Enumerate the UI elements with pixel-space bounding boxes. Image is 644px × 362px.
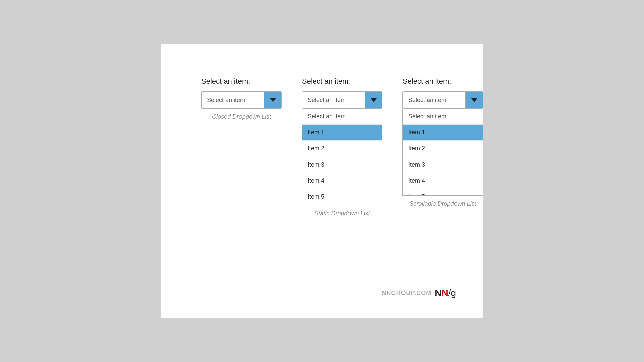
static-dropdown-label: Select an item: (302, 77, 351, 86)
closed-dropdown-caption: Closed Dropdown List (212, 113, 271, 120)
closed-dropdown-label: Select an item: (201, 77, 250, 86)
list-item[interactable]: Item 1 (302, 125, 382, 141)
nng-n2: N (441, 288, 448, 298)
list-item[interactable]: Item 2 (403, 141, 483, 157)
nng-slash: / (448, 288, 451, 298)
nng-logo: NN/g (435, 288, 456, 298)
closed-dropdown-arrow[interactable] (264, 92, 281, 108)
list-item[interactable]: Item 5 (302, 189, 382, 205)
static-dropdown-caption: Static Dropdown List (314, 210, 370, 217)
list-item[interactable]: Select an item (302, 109, 382, 125)
scrollable-dropdown-label: Select an item: (402, 77, 451, 86)
list-item[interactable]: Item 2 (302, 141, 382, 157)
closed-dropdown-section: Select an item: Select an item Closed Dr… (201, 77, 282, 120)
chevron-down-icon (270, 98, 276, 102)
list-item[interactable]: Item 1 (403, 125, 483, 141)
static-dropdown-arrow[interactable] (365, 92, 382, 108)
closed-dropdown-value: Select an item (202, 92, 264, 108)
scrollable-dropdown-with-list: Select an item Select an item Item 1 Ite… (402, 91, 483, 196)
list-item[interactable]: Item 5 (403, 189, 483, 196)
static-dropdown-with-list: Select an item Select an item Item 1 Ite… (302, 91, 382, 205)
scrollable-dropdown-list[interactable]: Select an item Item 1 Item 2 Item 3 Item… (402, 109, 483, 196)
list-item[interactable]: Item 4 (403, 173, 483, 189)
nng-n1: N (435, 288, 441, 298)
dropdowns-container: Select an item: Select an item Closed Dr… (201, 77, 443, 217)
scrollable-dropdown-caption: Scrollable Dropdown List (409, 200, 476, 207)
static-dropdown-value: Select an item (302, 92, 365, 108)
scrollable-dropdown-section: Select an item: Select an item Select an… (402, 77, 483, 207)
static-dropdown-section: Select an item: Select an item Select an… (302, 77, 382, 217)
static-dropdown-list: Select an item Item 1 Item 2 Item 3 Item… (302, 109, 382, 205)
scrollable-dropdown-arrow[interactable] (465, 92, 483, 108)
chevron-down-icon (471, 98, 477, 102)
nng-g: g (451, 288, 456, 298)
list-item[interactable]: Item 3 (302, 157, 382, 173)
logo-area: NNGROUP.COM NN/g (382, 288, 456, 298)
list-item[interactable]: Item 4 (302, 173, 382, 189)
closed-dropdown-control[interactable]: Select an item (201, 91, 282, 109)
chevron-down-icon (371, 98, 377, 102)
scrollable-dropdown-value: Select an item (403, 92, 465, 108)
static-dropdown-control[interactable]: Select an item (302, 91, 382, 109)
main-card: Select an item: Select an item Closed Dr… (161, 44, 483, 318)
nngroup-url: NNGROUP.COM (382, 290, 431, 297)
list-item[interactable]: Item 3 (403, 157, 483, 173)
scrollable-dropdown-control[interactable]: Select an item (402, 91, 483, 109)
list-item[interactable]: Select an item (403, 109, 483, 125)
